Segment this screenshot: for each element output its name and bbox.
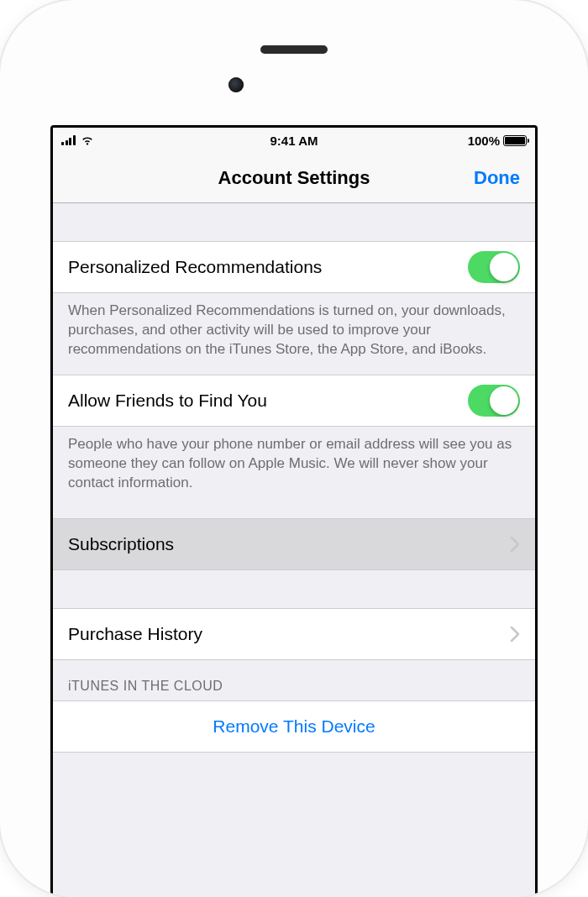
row-label: Purchase History <box>68 624 510 644</box>
page-title: Account Settings <box>218 167 370 189</box>
row-subscriptions[interactable]: Subscriptions <box>53 518 535 570</box>
phone-screen: 9:41 AM 100% Account Settings Done Per <box>50 125 538 897</box>
personalized-recommendations-footer: When Personalized Recommendations is tur… <box>53 293 535 375</box>
nav-bar: Account Settings Done <box>53 153 535 203</box>
row-label: Subscriptions <box>68 534 510 554</box>
row-remove-this-device[interactable]: Remove This Device <box>53 700 535 753</box>
cell-signal-icon <box>61 135 76 145</box>
settings-content: Personalized Recommendations When Person… <box>53 203 535 897</box>
status-time: 9:41 AM <box>270 134 318 148</box>
row-label: Allow Friends to Find You <box>68 391 468 411</box>
row-allow-friends: Allow Friends to Find You <box>53 375 535 427</box>
remove-device-label: Remove This Device <box>213 716 375 737</box>
row-label: Personalized Recommendations <box>68 257 468 277</box>
done-button[interactable]: Done <box>474 167 520 189</box>
speaker-grille <box>260 45 328 54</box>
personalized-recommendations-toggle[interactable] <box>468 251 520 283</box>
front-camera <box>228 77 244 92</box>
allow-friends-toggle[interactable] <box>468 385 520 417</box>
row-purchase-history[interactable]: Purchase History <box>53 608 535 660</box>
allow-friends-footer: People who have your phone number or ema… <box>53 427 535 508</box>
battery-icon <box>503 135 527 146</box>
status-bar: 9:41 AM 100% <box>53 128 535 153</box>
row-personalized-recommendations: Personalized Recommendations <box>53 241 535 293</box>
device-bezel: 9:41 AM 100% Account Settings Done Per <box>12 12 576 897</box>
battery-percent-label: 100% <box>468 134 500 148</box>
chevron-right-icon <box>510 626 520 643</box>
chevron-right-icon <box>510 536 520 553</box>
wifi-icon <box>80 134 95 146</box>
status-right: 100% <box>468 134 527 148</box>
device-frame: 9:41 AM 100% Account Settings Done Per <box>0 0 588 897</box>
status-left <box>61 134 95 146</box>
section-header-itunes-cloud: iTUNES IN THE CLOUD <box>53 660 535 700</box>
